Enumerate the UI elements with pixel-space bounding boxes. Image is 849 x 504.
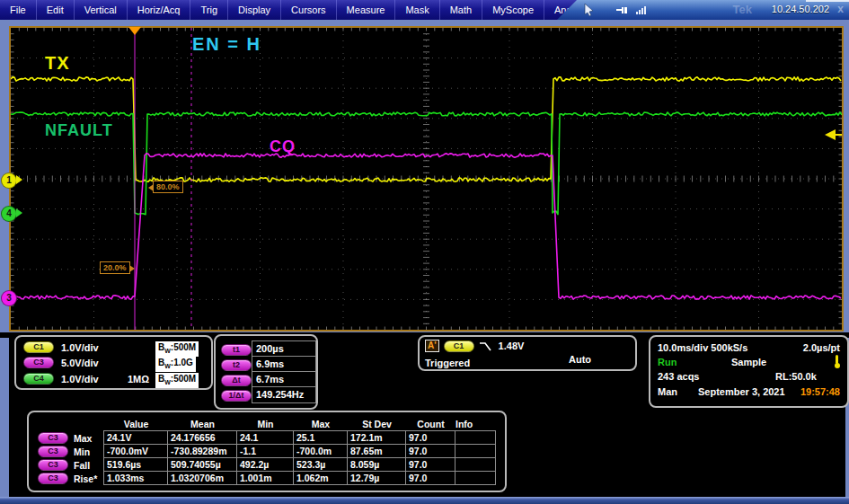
time-label: 19:57:48 — [800, 386, 840, 397]
acquisition-mode: Sample — [658, 357, 840, 367]
channel-4-position-badge[interactable]: 4 — [1, 206, 17, 222]
meas-source-pill[interactable]: C3 — [38, 446, 68, 457]
meas-header-min: Min — [237, 418, 294, 431]
trace-label-tx: TX — [45, 53, 70, 74]
record-length: RL:50.0k — [775, 371, 817, 382]
channel-3-position-badge[interactable]: 3 — [1, 290, 17, 306]
trigger-readout-panel[interactable]: A' C1 1.48V Triggered Auto — [418, 335, 637, 371]
meas-cell: -730.89289m — [167, 444, 237, 458]
tek-logo: Tek — [733, 3, 752, 16]
meas-cell: -700.0mV — [103, 444, 168, 458]
meas-cell: 24.1 — [236, 430, 294, 445]
trigger-level-arrow-icon[interactable] — [822, 128, 842, 142]
meas-header-stdev: St Dev — [348, 418, 406, 431]
channel-1-arrow-icon — [16, 175, 22, 184]
ref-20-label: 20.0% — [103, 263, 127, 272]
oscilloscope-screen: File Edit Vertical Horiz/Acq Trig Displa… — [0, 0, 849, 504]
channel-4-arrow-icon — [16, 208, 22, 217]
menu-vertical[interactable]: Vertical — [75, 0, 128, 20]
channel-3-pill[interactable]: C3 — [23, 357, 54, 368]
menu-cursors[interactable]: Cursors — [281, 0, 337, 20]
meas-cell: 1.062m — [293, 471, 348, 485]
trigger-a-badge: A' — [425, 340, 439, 352]
menu-horiz-acq[interactable]: Horiz/Acq — [128, 0, 191, 20]
channel-4-impedance: 1MΩ — [128, 374, 149, 385]
window-edge-left — [0, 338, 9, 500]
menu-bar: File Edit Vertical Horiz/Acq Trig Displa… — [0, 0, 849, 20]
cursor-readout-panel[interactable]: t1 200µs t2 6.9ms Δt 6.7ms 1/Δt 149.254H… — [214, 334, 318, 410]
trace-label-cq: CQ — [270, 137, 296, 156]
meas-row-label: C3Rise* — [34, 472, 104, 485]
measurement-table: Value Mean Min Max St Dev Count Info C3M… — [34, 418, 496, 485]
acquisition-count: 243 acqs — [658, 371, 699, 382]
meas-source-pill[interactable]: C3 — [38, 473, 68, 484]
trigger-source-pill[interactable]: C1 — [444, 340, 474, 352]
trigger-position-marker-icon[interactable] — [128, 27, 141, 35]
cursor-freq-pill[interactable]: 1/Δt — [221, 390, 252, 402]
meas-cell: 492.2µ — [236, 457, 294, 472]
ref-level-flag-80[interactable]: 80.0% — [153, 181, 183, 193]
channel-3-scale: 5.0V/div — [61, 358, 99, 368]
pin-icon[interactable] — [616, 7, 628, 13]
meas-cell: 8.059µ — [347, 457, 406, 472]
meas-cell: 1.0320706m — [167, 471, 237, 485]
close-icon[interactable]: x — [837, 3, 844, 15]
meas-cell — [455, 430, 496, 445]
window-edge-bottom — [0, 497, 849, 504]
meas-header-count: Count — [406, 418, 455, 431]
measurement-table-panel[interactable]: Value Mean Min Max St Dev Count Info C3M… — [27, 411, 507, 492]
menu-trig[interactable]: Trig — [190, 0, 228, 20]
meas-header-max: Max — [294, 418, 348, 431]
meas-header-value: Value — [104, 418, 168, 431]
ref-level-flag-20[interactable]: 20.0% — [100, 261, 130, 274]
meas-cell: 1.033ms — [103, 471, 168, 485]
cursor-t1-pill[interactable]: t1 — [221, 344, 252, 356]
meas-cell: 97.0 — [405, 471, 455, 485]
trace-label-nfault: NFAULT — [45, 121, 113, 140]
channel-1-position-badge[interactable]: 1 — [1, 172, 17, 189]
trigger-mode: Auto — [569, 354, 591, 365]
meas-row-label: C3Max — [34, 431, 104, 445]
meas-cell: 25.1 — [293, 430, 348, 445]
channel-4-pill[interactable]: C4 — [23, 373, 54, 385]
annotation-en-high: EN = H — [192, 34, 261, 55]
menu-mask[interactable]: Mask — [395, 0, 439, 20]
meas-cell: -700.0m — [293, 444, 348, 458]
meas-cell: 523.3µ — [293, 457, 348, 472]
ip-address: 10.24.50.202 — [772, 4, 829, 14]
cursor-t2-pill[interactable]: t2 — [221, 359, 252, 371]
trigger-status: Triggered — [425, 358, 470, 368]
signal-bars-icon[interactable] — [636, 5, 646, 14]
cursor-dt-pill[interactable]: Δt — [221, 375, 252, 386]
channel-1-pill[interactable]: C1 — [23, 341, 54, 353]
channel-4-scale: 1.0V/div — [61, 374, 99, 385]
horizontal-scale: 10.0ms/div 500kS/s — [658, 342, 747, 353]
trigger-level: 1.48V — [499, 340, 525, 351]
meas-header-mean: Mean — [168, 418, 237, 431]
meas-cell — [455, 471, 496, 485]
meas-header-info: Info — [455, 418, 496, 431]
menu-math[interactable]: Math — [440, 0, 482, 20]
meas-cell: 519.6µs — [103, 457, 168, 472]
meas-row-label: C3Fall — [34, 458, 104, 472]
channel-readout-panel[interactable]: C1 1.0V/div BW:500M C3 5.0V/div BW:1.0G … — [14, 335, 213, 390]
meas-cell: 97.0 — [405, 457, 455, 472]
ref-80-label: 80.0% — [156, 182, 180, 191]
waveform-graticule[interactable]: TX NFAULT CQ EN = H 80.0% 20.0% 143 — [9, 26, 844, 332]
menu-edit[interactable]: Edit — [37, 0, 75, 20]
channel-1-scale: 1.0V/div — [61, 342, 99, 353]
mouse-pointer-icon — [584, 4, 595, 17]
menu-display[interactable]: Display — [228, 0, 281, 20]
horizontal-acquisition-panel[interactable]: 10.0ms/div 500kS/s 2.0µs/pt Run Sample 2… — [649, 335, 849, 408]
meas-source-pill[interactable]: C3 — [38, 459, 68, 471]
meas-cell: 24.1V — [103, 430, 168, 445]
menu-measure[interactable]: Measure — [337, 0, 396, 20]
meas-source-pill[interactable]: C3 — [38, 432, 68, 444]
falling-edge-icon — [479, 340, 494, 352]
meas-cell: 97.0 — [405, 430, 455, 445]
menu-myscope[interactable]: MyScope — [482, 0, 544, 20]
waveform-plot — [11, 28, 842, 330]
meas-cell: -1.1 — [236, 444, 294, 458]
menu-file[interactable]: File — [0, 0, 37, 20]
thermometer-icon — [833, 355, 840, 369]
